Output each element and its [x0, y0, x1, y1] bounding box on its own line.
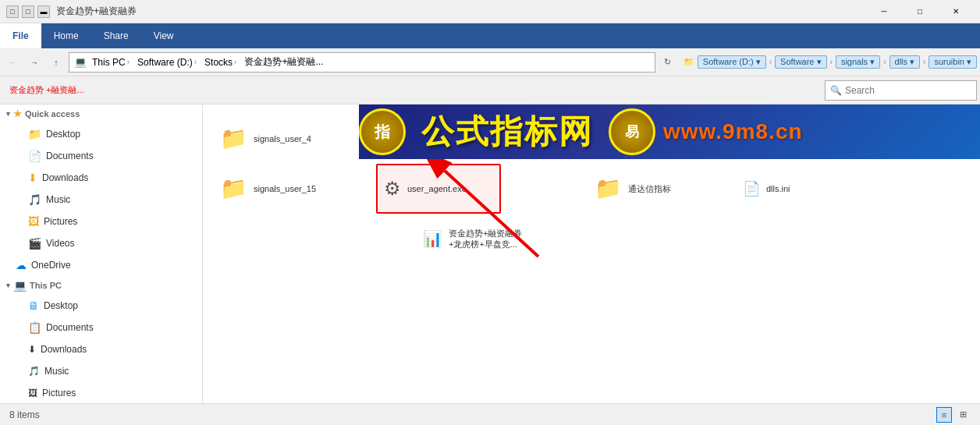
sidebar-item-pictures[interactable]: 🖼 Pictures — [0, 211, 202, 232]
sidebar-item-videos[interactable]: 🎬 Videos — [0, 232, 202, 254]
tab-view[interactable]: View — [141, 23, 186, 48]
title-icon-1: □ — [6, 5, 19, 18]
quick-access-label: Quick access — [25, 109, 80, 119]
sep4: › — [923, 58, 925, 66]
search-input[interactable] — [845, 85, 971, 96]
file-label-dlls-ini: dlls.ini — [766, 183, 790, 194]
toolbar-right: ↻ — [659, 53, 677, 72]
chevron-icon: ▾ — [6, 110, 10, 118]
breadcrumb-current[interactable]: 资金趋势 +融资融... — [9, 84, 84, 96]
back-button[interactable]: ← — [3, 53, 22, 72]
this-pc-header[interactable]: ▾ 💻 This PC — [0, 276, 202, 295]
music2-label: Music — [44, 366, 69, 377]
downloads-icon: ⬇ — [28, 172, 37, 184]
sidebar-item-onedrive[interactable]: ☁ OneDrive — [0, 254, 202, 276]
search-box[interactable]: 🔍 — [825, 80, 977, 101]
up-button[interactable]: ↑ — [47, 53, 66, 72]
onedrive-label: OneDrive — [31, 260, 71, 271]
sidebar-item-music2[interactable]: 🎵 Music — [0, 360, 202, 382]
addr-segment-current[interactable]: 资金趋势+融资融... — [242, 54, 325, 70]
videos-icon: 🎬 — [28, 237, 41, 250]
addr-segment-software[interactable]: Software (D:)› — [135, 55, 199, 69]
tab-share[interactable]: Share — [91, 23, 141, 48]
file-label-tongda: 通达信指标 — [628, 183, 671, 194]
documents-label: Documents — [46, 151, 94, 161]
star-icon: ★ — [13, 108, 22, 119]
title-icon-3: ▬ — [37, 5, 50, 18]
file-label-signals-user-4: signals_user_4 — [254, 133, 311, 144]
addr-segment-stocks[interactable]: Stocks› — [202, 55, 239, 69]
banner-logo: 指 — [359, 108, 406, 155]
file-label-user-agent: user_agent.exe — [407, 183, 467, 194]
minimize-button[interactable]: ─ — [866, 0, 902, 23]
ribbon: File Home Share View — [0, 23, 980, 48]
sidebar-item-downloads[interactable]: ⬇ Downloads — [0, 167, 202, 189]
sidebar: ▾ ★ Quick access 📁 Desktop 📄 Documents ⬇… — [0, 104, 203, 403]
forward-button[interactable]: → — [25, 53, 44, 72]
window-title: 资金趋势+融资融券 — [56, 5, 137, 18]
title-bar: □ □ ▬ 资金趋势+融资融券 ─ □ ✕ — [0, 0, 980, 23]
file-zijin[interactable]: 📊 资金趋势+融资融券+龙虎榜+早盘竞... — [415, 214, 540, 264]
chevron-icon-pc: ▾ — [6, 282, 10, 289]
status-bar: 8 items ≡ ⊞ — [0, 403, 980, 425]
banner-logo2: 易 — [609, 108, 655, 155]
sep1: › — [769, 58, 772, 66]
pictures2-label: Pictures — [42, 388, 76, 398]
documents-icon: 📄 — [28, 150, 41, 162]
view-tiles-button[interactable]: ⊞ — [955, 407, 971, 423]
view-details-button[interactable]: ≡ — [936, 407, 952, 423]
bc-suruibin[interactable]: suruibin ▾ — [929, 55, 977, 69]
address-bar[interactable]: 💻 This PC› Software (D:)› Stocks› 资金趋势+融… — [69, 52, 655, 73]
this-pc-label: This PC — [30, 281, 62, 290]
sidebar-item-desktop[interactable]: 📁 Desktop — [0, 123, 202, 145]
bc-software[interactable]: Software ▾ — [775, 55, 826, 69]
quick-access-header[interactable]: ▾ ★ Quick access — [0, 104, 202, 123]
pc-icon: 💻 — [74, 56, 87, 68]
documents2-label: Documents — [46, 322, 94, 333]
folder-icon-2: 📁 — [220, 178, 247, 200]
item-count: 8 items — [9, 409, 40, 420]
folder-icon: 📁 — [28, 128, 41, 140]
sidebar-item-music[interactable]: 🎵 Music — [0, 189, 202, 211]
banner-url: www.9m8.cn — [655, 119, 803, 144]
sidebar-item-desktop2[interactable]: 🖥 Desktop — [0, 295, 202, 317]
file-dlls-ini[interactable]: 📄 dlls.ini — [735, 164, 860, 214]
banner-main-text: 公式指标网 — [406, 110, 609, 154]
file-signals-user-15[interactable]: 📁 signals_user_15 — [212, 164, 337, 214]
bc-dlls[interactable]: dlls ▾ — [889, 55, 921, 69]
bc-software-d[interactable]: Software (D:) ▾ — [698, 55, 766, 69]
file-label-zijin: 资金趋势+融资融券+龙虎榜+早盘竞... — [449, 228, 532, 250]
sidebar-item-documents[interactable]: 📄 Documents — [0, 145, 202, 167]
address-row: ← → ↑ 💻 This PC› Software (D:)› Stocks› … — [0, 48, 980, 76]
window-controls: ─ □ ✕ — [866, 0, 974, 23]
title-icon-2: □ — [22, 5, 34, 18]
music-icon: 🎵 — [28, 193, 41, 206]
tab-home[interactable]: Home — [41, 23, 91, 48]
pictures-icon: 🖼 — [28, 215, 39, 228]
close-button[interactable]: ✕ — [938, 0, 974, 23]
addr-drive-label: 📁 — [684, 57, 694, 67]
music-label: Music — [46, 194, 70, 205]
file-tongda[interactable]: 📁 通达信指标 — [587, 164, 712, 214]
pictures-label: Pictures — [44, 216, 77, 227]
desktop-icon2: 🖥 — [28, 299, 39, 312]
sidebar-item-documents2[interactable]: 📋 Documents — [0, 317, 202, 338]
addr-segment-thispc[interactable]: This PC› — [90, 55, 132, 69]
folder-icon-1: 📁 — [220, 128, 247, 150]
banner: 指 公式指标网 易 www.9m8.cn — [359, 104, 980, 159]
docs-icon2: 📋 — [28, 321, 41, 334]
sidebar-item-downloads2[interactable]: ⬇ Downloads — [0, 338, 202, 360]
bc-signals[interactable]: signals ▾ — [836, 55, 880, 69]
desktop-label: Desktop — [46, 129, 80, 140]
refresh-button[interactable]: ↻ — [659, 53, 677, 72]
file-signals-user-4[interactable]: 📁 signals_user_4 — [212, 114, 337, 164]
videos-label: Videos — [46, 238, 74, 249]
tab-file[interactable]: File — [0, 23, 41, 48]
file-user-agent-exe[interactable]: ⚙ user_agent.exe — [376, 164, 501, 214]
maximize-button[interactable]: □ — [902, 0, 938, 23]
zijin-icon: 📊 — [423, 229, 442, 248]
music-icon2: 🎵 — [28, 366, 40, 377]
sidebar-item-pictures2[interactable]: 🖼 Pictures — [0, 382, 202, 403]
pic-icon2: 🖼 — [28, 388, 37, 398]
search-icon: 🔍 — [830, 85, 842, 96]
